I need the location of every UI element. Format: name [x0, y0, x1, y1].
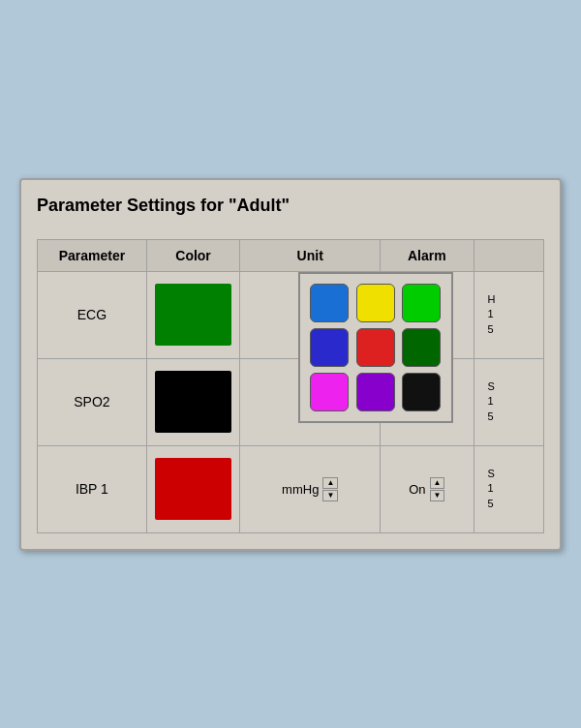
spo2-param-name: SPO2: [38, 358, 147, 445]
ibp1-unit-up-button[interactable]: ▲: [322, 477, 338, 489]
table-row: IBP 1 mmHg ▲ ▼ On: [38, 445, 544, 532]
ecg-param-name: ECG: [38, 271, 147, 358]
swatch-green-bright[interactable]: [402, 284, 441, 322]
ibp1-unit-down-button[interactable]: ▼: [322, 490, 338, 501]
swatch-yellow[interactable]: [356, 284, 395, 322]
col-header-extra: [474, 239, 543, 271]
ecg-unit-cell: [240, 271, 381, 358]
swatch-red[interactable]: [356, 328, 395, 367]
settings-window: Parameter Settings for "Adult" Parameter…: [19, 178, 562, 551]
swatch-dark-green[interactable]: [402, 328, 441, 367]
ibp1-alarm-spinner: On ▲ ▼: [388, 477, 466, 501]
ibp1-unit-cell: mmHg ▲ ▼: [240, 445, 381, 532]
ibp1-unit-spinner-buttons: ▲ ▼: [322, 477, 338, 501]
col-header-parameter: Parameter: [38, 239, 147, 271]
swatch-dark-blue[interactable]: [310, 328, 349, 367]
ibp1-alarm-down-button[interactable]: ▼: [430, 490, 445, 501]
col-header-alarm: Alarm: [381, 239, 474, 271]
ibp1-color-block[interactable]: [155, 458, 232, 520]
ibp1-unit-label: mmHg: [282, 482, 319, 497]
ibp1-alarm-spinner-buttons: ▲ ▼: [430, 477, 445, 501]
swatch-purple[interactable]: [356, 373, 395, 411]
window-title: Parameter Settings for "Adult": [37, 196, 544, 224]
swatch-blue[interactable]: [310, 284, 349, 322]
ecg-right-info: H15: [474, 271, 543, 358]
ecg-color-block[interactable]: [155, 284, 232, 346]
spo2-color-block[interactable]: [155, 371, 232, 433]
color-picker-popup: [298, 272, 453, 423]
col-header-unit: Unit: [240, 239, 381, 271]
ibp1-param-name: IBP 1: [38, 445, 147, 532]
ibp1-color-cell[interactable]: [146, 445, 240, 532]
ibp1-alarm-cell: On ▲ ▼: [381, 445, 474, 532]
col-header-color: Color: [146, 239, 240, 271]
spo2-color-cell[interactable]: [146, 358, 240, 445]
table-row: ECG: [38, 271, 544, 358]
ibp1-unit-spinner: mmHg ▲ ▼: [248, 477, 372, 501]
table-row: SPO2 S15: [38, 358, 544, 445]
spo2-right-info: S15: [474, 358, 543, 445]
swatch-magenta[interactable]: [310, 373, 349, 411]
ecg-color-cell[interactable]: [146, 271, 240, 358]
ibp1-alarm-up-button[interactable]: ▲: [430, 477, 445, 489]
ibp1-right-info: S15: [474, 445, 543, 532]
parameter-table: Parameter Color Unit Alarm ECG: [37, 239, 544, 533]
ibp1-alarm-label: On: [409, 482, 425, 497]
swatch-black[interactable]: [402, 373, 441, 411]
